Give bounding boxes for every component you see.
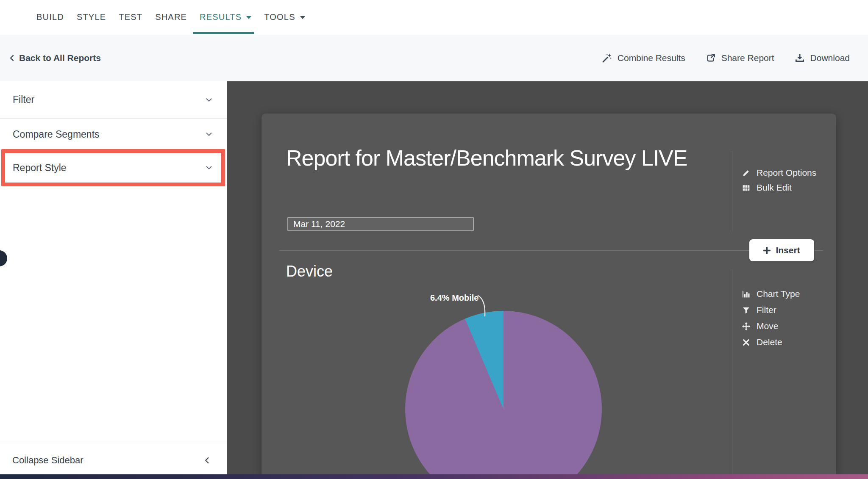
nav-tab-test[interactable]: TEST — [119, 0, 142, 34]
question-title: Device — [286, 263, 333, 280]
bulk-edit-button[interactable]: Bulk Edit — [742, 183, 816, 193]
menu-item-label: Bulk Edit — [757, 183, 792, 193]
chevron-left-icon — [203, 456, 211, 465]
report-date-input[interactable] — [287, 217, 474, 231]
nav-tab-style[interactable]: STYLE — [77, 0, 106, 34]
nav-tab-tools[interactable]: TOOLS — [264, 0, 305, 34]
chevron-down-icon — [204, 163, 214, 172]
active-tab-underline — [193, 32, 254, 34]
bottom-window-edge — [0, 474, 868, 479]
report-card: Report for Master/Benchmark Survey LIVE … — [262, 114, 836, 479]
collapse-sidebar-label: Collapse Sidebar — [12, 455, 83, 466]
report-options-menu: Report Options Bulk Edit — [742, 168, 816, 193]
toolbar-actions: Combine Results Share Report Download — [602, 35, 850, 81]
combine-results-button[interactable]: Combine Results — [602, 53, 685, 63]
bar-chart-icon — [742, 290, 751, 299]
device-pie-chart[interactable] — [405, 311, 602, 479]
menu-item-label: Chart Type — [757, 289, 800, 299]
insert-button-label: Insert — [776, 245, 800, 255]
chart-type-button[interactable]: Chart Type — [742, 289, 800, 299]
divider-vertical — [732, 151, 732, 231]
divider-vertical — [732, 269, 732, 479]
sidebar-item-report-style[interactable]: Report Style — [0, 150, 227, 186]
caret-down-icon — [246, 16, 251, 19]
nav-tab-label: SHARE — [155, 12, 187, 22]
sidebar-item-compare-segments[interactable]: Compare Segments — [0, 119, 227, 150]
back-to-all-reports-link[interactable]: Back to All Reports — [8, 35, 101, 81]
toolbar-action-label: Combine Results — [618, 53, 685, 63]
report-options-button[interactable]: Report Options — [742, 168, 816, 178]
sidebar-item-label: Report Style — [13, 162, 67, 174]
toolbar-action-label: Share Report — [721, 53, 774, 63]
nav-tab-label: TEST — [119, 12, 142, 22]
nav-tab-results[interactable]: RESULTS — [200, 0, 251, 34]
callout-line — [476, 295, 489, 318]
move-icon — [742, 322, 751, 331]
back-link-label: Back to All Reports — [19, 53, 101, 63]
plus-icon — [763, 247, 771, 254]
nav-tab-label: STYLE — [77, 12, 106, 22]
sidebar-item-filter[interactable]: Filter — [0, 81, 227, 119]
pencil-icon — [742, 169, 751, 177]
menu-item-label: Delete — [757, 337, 782, 347]
menu-item-label: Filter — [757, 305, 776, 315]
nav-tab-label: RESULTS — [200, 12, 242, 22]
report-sidebar: Filter Compare Segments Report Style Col… — [0, 81, 227, 479]
app-window: BUILD STYLE TEST SHARE RESULTS TOOLS Bac… — [0, 0, 868, 479]
section-divider — [279, 250, 823, 251]
chevron-down-icon — [204, 130, 214, 139]
report-toolbar: Back to All Reports Combine Results Shar… — [0, 35, 868, 81]
nav-tab-share[interactable]: SHARE — [155, 0, 187, 34]
element-menu: Chart Type Filter — [742, 289, 800, 347]
menu-item-label: Move — [757, 321, 778, 331]
funnel-icon — [742, 306, 751, 315]
main-area: Report for Master/Benchmark Survey LIVE … — [0, 81, 868, 479]
download-button[interactable]: Download — [795, 53, 850, 63]
nav-tab-build[interactable]: BUILD — [36, 0, 64, 34]
delete-button[interactable]: Delete — [742, 337, 800, 347]
element-filter-button[interactable]: Filter — [742, 305, 800, 315]
nav-tab-label: TOOLS — [264, 12, 295, 22]
report-title: Report for Master/Benchmark Survey LIVE — [286, 144, 693, 172]
sidebar-item-label: Filter — [13, 94, 34, 105]
table-icon — [742, 183, 751, 192]
nav-tab-label: BUILD — [36, 12, 64, 22]
sidebar-item-label: Compare Segments — [13, 129, 100, 140]
pie-slice-callout-label: 6.4% Mobile — [430, 293, 479, 303]
toolbar-action-label: Download — [810, 53, 850, 63]
chevron-down-icon — [204, 95, 214, 105]
chevron-left-icon — [8, 54, 15, 62]
magic-wand-icon — [602, 53, 612, 63]
primary-nav: BUILD STYLE TEST SHARE RESULTS TOOLS — [0, 0, 868, 34]
caret-down-icon — [300, 16, 305, 19]
share-icon — [706, 53, 716, 63]
insert-button[interactable]: Insert — [749, 239, 814, 261]
menu-item-label: Report Options — [757, 168, 816, 178]
move-button[interactable]: Move — [742, 321, 800, 331]
share-report-button[interactable]: Share Report — [706, 53, 774, 63]
x-icon — [742, 338, 751, 347]
collapse-sidebar-button[interactable]: Collapse Sidebar — [0, 441, 227, 479]
download-icon — [795, 53, 805, 63]
